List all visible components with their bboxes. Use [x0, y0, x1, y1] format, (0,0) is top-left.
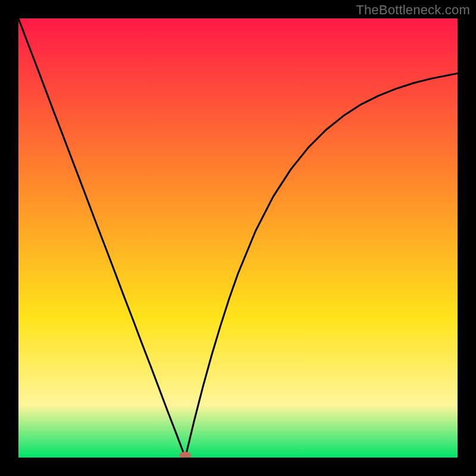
chart-frame: TheBottleneck.com	[0, 0, 476, 476]
plot-area	[18, 18, 458, 458]
gradient-background	[18, 18, 458, 458]
chart-svg	[18, 18, 458, 458]
watermark-text: TheBottleneck.com	[356, 2, 470, 18]
